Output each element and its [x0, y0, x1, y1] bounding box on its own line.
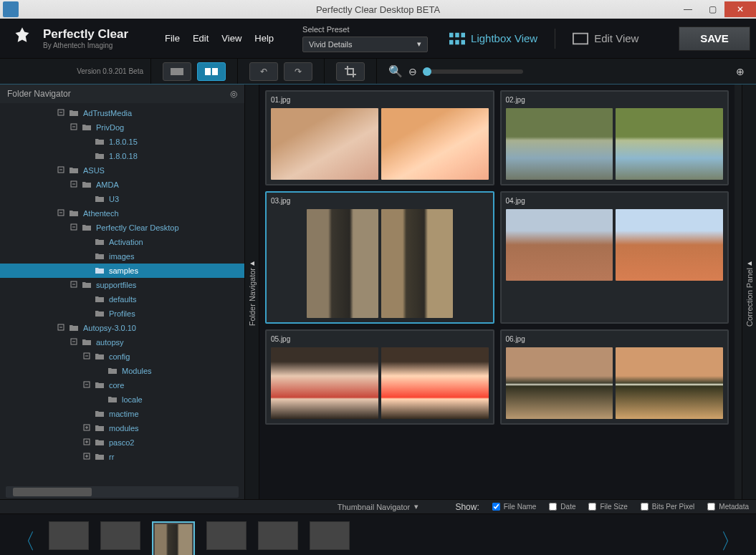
tree-hscroll[interactable]: [6, 486, 239, 498]
tree-item-adtrustmedia[interactable]: AdTrustMedia: [0, 106, 244, 120]
collapse-icon[interactable]: [70, 223, 77, 231]
tree-item-u3[interactable]: U3: [0, 192, 244, 206]
tree-item-1-8-0-18[interactable]: 1.8.0.18: [0, 149, 244, 163]
menu-view[interactable]: View: [221, 33, 241, 44]
collapse-icon[interactable]: [57, 166, 64, 173]
window-titlebar: Perfectly Clear Desktop BETA — ▢ ✕: [0, 0, 756, 19]
strip-thumb[interactable]: [49, 521, 89, 550]
collapse-icon[interactable]: [57, 109, 64, 116]
strip-thumb[interactable]: [152, 521, 195, 556]
window-title: Perfectly Clear Desktop BETA: [0, 4, 756, 15]
svg-rect-7: [171, 68, 183, 75]
collapse-icon[interactable]: [83, 381, 90, 388]
show-file-size-checkbox[interactable]: File Size: [588, 503, 627, 511]
tree-item-locale[interactable]: locale: [0, 392, 244, 407]
strip-thumb[interactable]: [258, 521, 298, 550]
gallery-vscroll[interactable]: [735, 85, 742, 499]
zoom-slider[interactable]: [423, 69, 523, 74]
gallery-cell[interactable]: 06.jpg: [500, 329, 729, 425]
svg-rect-5: [461, 39, 466, 44]
tree-item-mactime[interactable]: mactime: [0, 407, 244, 421]
collapse-icon[interactable]: [70, 180, 77, 188]
folder-icon: [107, 367, 118, 375]
crop-button[interactable]: [336, 62, 365, 81]
tree-item-label: Activation: [109, 238, 143, 246]
show-metadata-checkbox[interactable]: Metadata: [707, 503, 749, 511]
preset-select[interactable]: Vivid Details ▾: [302, 37, 428, 52]
tree-item-1-8-0-15[interactable]: 1.8.0.15: [0, 135, 244, 149]
tree-item-autopsy-3-0-10[interactable]: Autopsy-3.0.10: [0, 321, 244, 335]
tree-item-amda[interactable]: AMDA: [0, 178, 244, 192]
strip-next-button[interactable]: 〉: [720, 527, 742, 555]
collapse-icon[interactable]: [57, 209, 64, 216]
collapse-icon[interactable]: [57, 324, 64, 331]
tree-item-supportfiles[interactable]: supportfiles: [0, 278, 244, 292]
gallery-cell[interactable]: 02.jpg: [500, 90, 729, 185]
chevron-down-icon[interactable]: ▾: [414, 502, 418, 511]
tree-item-perfectly-clear-desktop[interactable]: Perfectly Clear Desktop: [0, 221, 244, 235]
tree-item-athentech[interactable]: Athentech: [0, 206, 244, 221]
folder-navigator-panel: Folder Navigator ◎ AdTrustMediaPrivDog1.…: [0, 85, 245, 499]
tree-item-samples[interactable]: samples: [0, 264, 244, 278]
after-image: [381, 108, 489, 180]
collapse-icon[interactable]: [70, 281, 77, 288]
folder-icon: [95, 309, 105, 317]
tree-item-autopsy[interactable]: autopsy: [0, 335, 244, 349]
svg-rect-9: [212, 68, 218, 75]
expand-icon[interactable]: [83, 453, 90, 460]
edit-view-button[interactable]: Edit View: [573, 32, 638, 45]
menu-edit[interactable]: Edit: [193, 33, 209, 44]
image-filename: 04.jpg: [506, 197, 724, 205]
save-button[interactable]: SAVE: [679, 26, 750, 51]
lightbox-view-button[interactable]: Lightbox View: [449, 32, 537, 45]
strip-thumb[interactable]: [100, 521, 140, 550]
maximize-button[interactable]: ▢: [700, 1, 724, 17]
zoom-out-icon[interactable]: ⊖: [408, 66, 417, 77]
close-button[interactable]: ✕: [724, 1, 756, 17]
right-collapse-rail[interactable]: ◂ Correction Panel: [742, 85, 756, 499]
tree-item-rr[interactable]: rr: [0, 450, 244, 464]
tree-item-config[interactable]: config: [0, 349, 244, 364]
tree-item-modules[interactable]: Modules: [0, 364, 244, 378]
target-icon[interactable]: ◎: [230, 89, 237, 99]
tree-item-pasco2[interactable]: pasco2: [0, 435, 244, 450]
tree-item-core[interactable]: core: [0, 378, 244, 392]
tree-item-privdog[interactable]: PrivDog: [0, 120, 244, 135]
tree-item-activation[interactable]: Activation: [0, 235, 244, 249]
collapse-icon[interactable]: [70, 338, 77, 345]
tree-item-modules[interactable]: modules: [0, 421, 244, 435]
gallery-cell[interactable]: 01.jpg: [265, 90, 494, 185]
left-collapse-rail[interactable]: ◂ Folder Navigator: [245, 85, 259, 499]
show-file-name-checkbox[interactable]: File Name: [492, 503, 537, 511]
collapse-left-icon: ◂: [250, 258, 254, 268]
expand-icon[interactable]: [83, 438, 90, 445]
gallery-footer: Thumbnail Navigator ▾ Show: File NameDat…: [0, 499, 756, 513]
collapse-icon[interactable]: [70, 123, 77, 130]
redo-button[interactable]: ↷: [284, 62, 312, 81]
tree-item-defaults[interactable]: defaults: [0, 292, 244, 307]
tree-item-label: pasco2: [109, 438, 134, 447]
folder-tree[interactable]: AdTrustMediaPrivDog1.8.0.151.8.0.18ASUSA…: [0, 103, 244, 485]
image-filename: 03.jpg: [271, 197, 489, 205]
show-date-checkbox[interactable]: Date: [549, 503, 575, 511]
menu-file[interactable]: File: [165, 33, 180, 44]
strip-prev-button[interactable]: 〈: [14, 527, 36, 555]
folder-icon: [69, 166, 79, 174]
collapse-icon[interactable]: [83, 352, 90, 359]
strip-thumb[interactable]: [310, 521, 350, 550]
show-bits-per-pixel-checkbox[interactable]: Bits Per Pixel: [641, 503, 694, 511]
gallery-cell[interactable]: 05.jpg: [265, 329, 494, 425]
gallery-cell[interactable]: 03.jpg: [265, 191, 494, 324]
menu-help[interactable]: Help: [254, 33, 274, 44]
split-pane-button[interactable]: [197, 62, 226, 81]
minimize-button[interactable]: —: [676, 1, 700, 17]
strip-thumb[interactable]: [206, 521, 247, 550]
tree-item-profiles[interactable]: Profiles: [0, 307, 244, 321]
single-pane-button[interactable]: [163, 62, 191, 81]
gallery-cell[interactable]: 04.jpg: [500, 191, 729, 324]
expand-icon[interactable]: [83, 424, 90, 431]
tree-item-asus[interactable]: ASUS: [0, 163, 244, 178]
undo-button[interactable]: ↶: [249, 62, 278, 81]
tree-item-images[interactable]: images: [0, 249, 244, 264]
zoom-in-icon[interactable]: ⊕: [736, 66, 745, 77]
